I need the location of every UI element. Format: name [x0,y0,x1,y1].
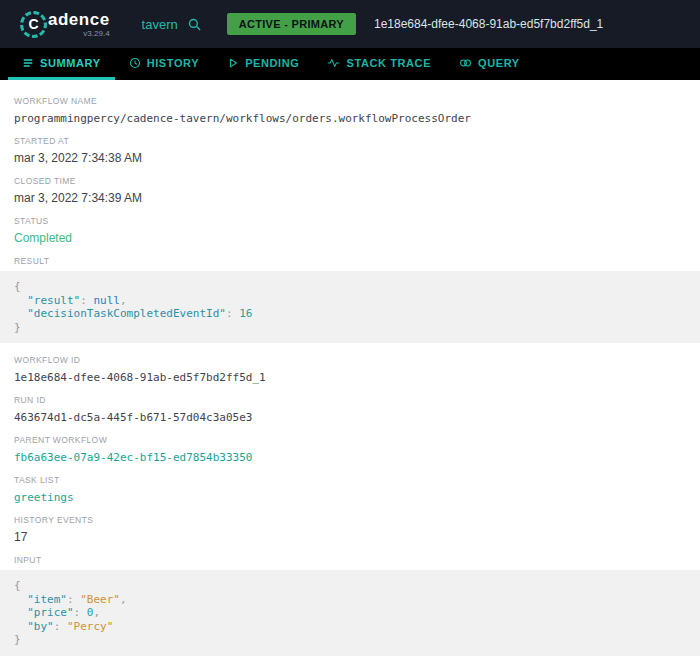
stack-trace-icon [327,57,340,69]
tab-label: HISTORY [147,57,200,69]
field-status: STATUS Completed [0,216,700,246]
logo-letter: C [28,17,38,31]
brand-text: adence [48,11,110,29]
brand-wordmark: adence v3.29.4 [48,11,110,38]
active-primary-badge[interactable]: ACTIVE - PRIMARY [227,13,356,35]
version-label: v3.29.4 [83,29,109,38]
history-events-value: 17 [14,530,686,545]
cadence-workflow-page: C adence v3.29.4 tavern ACTIVE - PRIMARY… [0,0,700,657]
run-id-value: 463674d1-dc5a-445f-b671-57d04c3a05e3 [14,410,686,425]
field-parent-workflow: PARENT WORKFLOW fb6a63ee-07a9-42ec-bf15-… [0,435,700,465]
summary-icon [22,57,34,69]
header-workflow-id: 1e18e684-dfee-4068-91ab-ed5f7bd2ff5d_1 [374,17,603,31]
search-icon[interactable] [188,18,201,31]
field-label: INPUT [14,555,686,565]
tab-label: PENDING [245,57,299,69]
closed-time-value: mar 3, 2022 7:34:39 AM [14,191,686,206]
field-label: RESULT [14,256,686,266]
tab-history[interactable]: HISTORY [115,48,214,80]
field-label: HISTORY EVENTS [14,515,686,525]
field-input: INPUT [0,555,700,565]
app-header: C adence v3.29.4 tavern ACTIVE - PRIMARY… [0,0,700,48]
started-at-value: mar 3, 2022 7:34:38 AM [14,151,686,166]
field-workflow-id: WORKFLOW ID 1e18e684-dfee-4068-91ab-ed5f… [0,355,700,385]
workflow-name-value: programmingpercy/cadence-tavern/workflow… [14,111,686,126]
field-label: STATUS [14,216,686,226]
field-label: WORKFLOW NAME [14,96,686,106]
field-label: TASK LIST [14,475,686,485]
tab-label: STACK TRACE [346,57,431,69]
field-started-at: STARTED AT mar 3, 2022 7:34:38 AM [0,136,700,166]
tab-summary[interactable]: SUMMARY [8,48,115,80]
input-code-block: { "item": "Beer", "price": 0, "by": "Per… [0,570,700,656]
field-result: RESULT [0,256,700,266]
gear-icon: C [20,11,47,38]
status-value: Completed [14,231,686,246]
field-workflow-name: WORKFLOW NAME programmingpercy/cadence-t… [0,96,700,126]
parent-workflow-link[interactable]: fb6a63ee-07a9-42ec-bf15-ed7854b33350 [14,450,686,465]
pending-icon [227,57,239,69]
tab-stack-trace[interactable]: STACK TRACE [313,48,445,80]
field-task-list: TASK LIST greetings [0,475,700,505]
field-label: WORKFLOW ID [14,355,686,365]
tab-pending[interactable]: PENDING [213,48,313,80]
history-icon [129,57,141,69]
tab-label: QUERY [478,57,520,69]
field-label: CLOSED TIME [14,176,686,186]
field-label: STARTED AT [14,136,686,146]
field-label: RUN ID [14,395,686,405]
field-run-id: RUN ID 463674d1-dc5a-445f-b671-57d04c3a0… [0,395,700,425]
tab-query[interactable]: QUERY [445,48,534,80]
tab-label: SUMMARY [40,57,101,69]
field-label: PARENT WORKFLOW [14,435,686,445]
task-list-link[interactable]: greetings [14,490,686,505]
query-icon [459,57,472,69]
workflow-id-value: 1e18e684-dfee-4068-91ab-ed5f7bd2ff5d_1 [14,370,686,385]
result-code-block: { "result": null, "decisionTaskCompleted… [0,271,700,343]
field-closed-time: CLOSED TIME mar 3, 2022 7:34:39 AM [0,176,700,206]
field-history-events: HISTORY EVENTS 17 [0,515,700,545]
cadence-logo[interactable]: C adence v3.29.4 [20,11,110,38]
domain-link[interactable]: tavern [142,17,178,32]
summary-panel: WORKFLOW NAME programmingpercy/cadence-t… [0,80,700,656]
tab-bar: SUMMARY HISTORY PENDING STACK TRACE QUER… [0,48,700,80]
